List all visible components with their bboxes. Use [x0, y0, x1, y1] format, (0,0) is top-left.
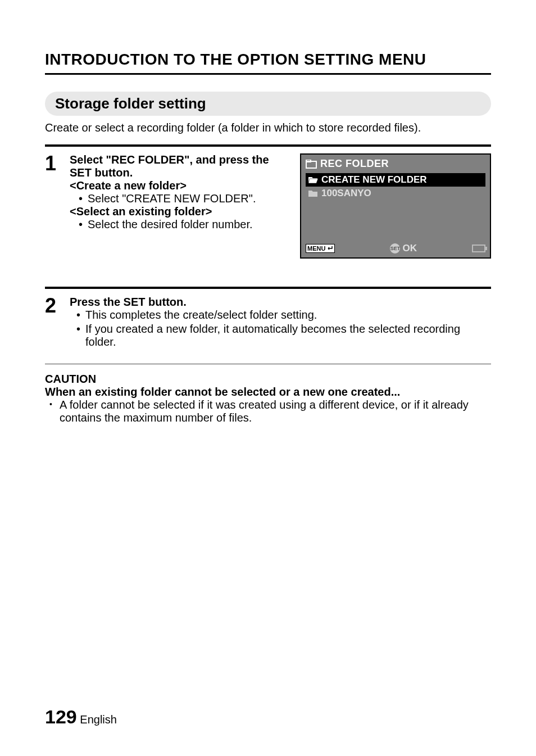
ok-button[interactable]: SET OK: [390, 243, 417, 254]
create-folder-label: <Create a new folder>: [70, 179, 187, 192]
caution-title: CAUTION: [45, 373, 491, 386]
select-folder-bullet: Select the desired folder number.: [80, 218, 289, 231]
page-language: English: [80, 713, 117, 726]
menu-label: MENU: [307, 245, 325, 252]
screen-item-folder-label: 100SANYO: [321, 188, 371, 199]
battery-icon: [472, 245, 485, 252]
select-folder-label: <Select an existing folder>: [70, 205, 212, 218]
screen-item-create[interactable]: CREATE NEW FOLDER: [306, 173, 485, 187]
folder-open-icon: [308, 176, 318, 184]
step-1: 1 Select "REC FOLDER", and press the SET…: [45, 153, 491, 259]
folder-outline-icon: [306, 160, 317, 169]
step-1-body: Select "REC FOLDER", and press the SET b…: [70, 153, 289, 231]
menu-back-button[interactable]: MENU: [306, 244, 335, 253]
ok-label: OK: [402, 243, 417, 254]
intro-text: Create or select a recording folder (a f…: [45, 121, 491, 134]
screen-title: REC FOLDER: [320, 158, 389, 170]
step-2-heading: Press the SET button.: [70, 296, 187, 308]
caution-block: CAUTION When an existing folder cannot b…: [45, 363, 491, 424]
section-header: Storage folder setting: [45, 92, 491, 116]
step-2-number: 2: [45, 296, 60, 316]
set-icon: SET: [390, 243, 400, 253]
section-header-text: Storage folder setting: [55, 95, 206, 112]
caution-subtitle: When an existing folder cannot be select…: [45, 386, 491, 399]
page-number: 129: [45, 706, 77, 727]
folder-icon: [308, 189, 318, 197]
create-folder-bullet: Select "CREATE NEW FOLDER".: [80, 192, 289, 205]
screen-item-create-label: CREATE NEW FOLDER: [321, 174, 427, 185]
step-1-heading: Select "REC FOLDER", and press the SET b…: [70, 153, 269, 179]
divider-mid: [45, 287, 491, 289]
caution-bullet: A folder cannot be selected if it was cr…: [49, 399, 491, 424]
divider-top: [45, 144, 491, 147]
step-1-number: 1: [45, 153, 60, 174]
step-2-bullet-1: This completes the create/select folder …: [76, 309, 491, 322]
page-footer: 129 English: [45, 706, 117, 728]
device-screen: REC FOLDER CREATE NEW FOLDER: [300, 153, 491, 259]
page-title: INTRODUCTION TO THE OPTION SETTING MENU: [45, 51, 491, 75]
return-icon: [326, 246, 333, 251]
step-2: 2 Press the SET button. This completes t…: [45, 296, 491, 350]
screen-item-folder[interactable]: 100SANYO: [306, 187, 485, 200]
step-2-bullet-2: If you created a new folder, it automati…: [76, 323, 491, 348]
step-2-body: Press the SET button. This completes the…: [70, 296, 491, 350]
